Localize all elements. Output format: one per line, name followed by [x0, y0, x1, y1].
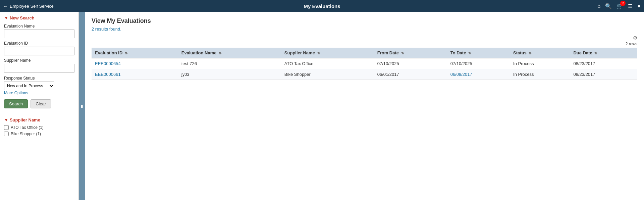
table-row: EEE0000661jy03Bike Shopper06/01/201706/0… [92, 69, 637, 80]
filter-checkbox-bike[interactable] [4, 132, 9, 136]
cell-to-date: 06/08/2017 [447, 69, 510, 80]
cell-from-date: 06/01/2017 [374, 69, 447, 80]
filter-checkbox-ato[interactable] [4, 125, 9, 130]
col-status-label: Status [513, 50, 527, 55]
page-title: View My Evaluations [92, 17, 637, 24]
new-search-title[interactable]: ▼ New Search [4, 15, 74, 20]
supplier-filter-title[interactable]: ▼ Supplier Name [4, 117, 74, 122]
sidebar: ▼ New Search Evaluation Name Evaluation … [0, 12, 79, 200]
sort-evaluation-id-icon[interactable]: ⇅ [125, 51, 127, 55]
cell-status: In Process [510, 69, 570, 80]
search-button[interactable]: 🔍 [605, 3, 612, 9]
sort-from-date-icon[interactable]: ⇅ [401, 51, 404, 55]
table-header: Evaluation ID ⇅ Evaluation Name ⇅ Suppli… [92, 48, 637, 58]
col-evaluation-id-label: Evaluation ID [95, 50, 122, 55]
cell-evaluation-id[interactable]: EEE0000654 [92, 58, 178, 69]
clear-button[interactable]: Clear [31, 99, 51, 108]
evaluation-name-label: Evaluation Name [4, 24, 74, 29]
results-found: 2 results found. [92, 27, 637, 32]
header: ← Employee Self Service My Evaluations ⌂… [0, 0, 644, 12]
cell-evaluation-name: jy03 [178, 69, 281, 80]
filter-label-bike: Bike Shopper (1) [11, 132, 41, 136]
cell-evaluation-id[interactable]: EEE0000661 [92, 69, 178, 80]
sort-to-date-icon[interactable]: ⇅ [468, 51, 471, 55]
cell-evaluation-name: test 726 [178, 58, 281, 69]
table-header-row: Evaluation ID ⇅ Evaluation Name ⇅ Suppli… [92, 48, 637, 58]
back-nav-label: Employee Self Service [10, 4, 54, 9]
cell-supplier-name: Bike Shopper [281, 69, 374, 80]
home-button[interactable]: ⌂ [597, 3, 601, 9]
header-icons: ⌂ 🔍 🛒 11 ☰ ● [597, 3, 641, 9]
cell-from-date: 07/10/2025 [374, 58, 447, 69]
search-submit-button[interactable]: Search [4, 99, 28, 108]
table-row: EEE0000654test 726ATO Tax Office07/10/20… [92, 58, 637, 69]
sort-evaluation-name-icon[interactable]: ⇅ [219, 51, 221, 55]
evaluation-name-input[interactable] [4, 30, 74, 38]
sidebar-collapse-button[interactable]: ▮ [79, 12, 85, 200]
filter-item-ato: ATO Tax Office (1) [4, 125, 74, 130]
cell-to-date: 07/10/2025 [447, 58, 510, 69]
col-status: Status ⇅ [510, 48, 570, 58]
evaluation-id-input[interactable] [4, 47, 74, 55]
filter-label-ato: ATO Tax Office (1) [11, 125, 44, 130]
sort-due-date-icon[interactable]: ⇅ [594, 51, 597, 55]
col-supplier-name: Supplier Name ⇅ [281, 48, 374, 58]
back-arrow-icon: ← [3, 4, 8, 9]
cell-due-date: 08/23/2017 [570, 58, 637, 69]
col-evaluation-name-label: Evaluation Name [181, 50, 217, 55]
response-status-select[interactable]: New and In Process New In Process Comple… [4, 82, 54, 90]
col-from-date: From Date ⇅ [374, 48, 447, 58]
user-button[interactable]: ● [637, 3, 641, 9]
supplier-name-input[interactable] [4, 64, 74, 72]
evaluation-id-label: Evaluation ID [4, 41, 74, 46]
col-due-date: Due Date ⇅ [570, 48, 637, 58]
cell-due-date: 08/23/2017 [570, 69, 637, 80]
rows-count: 2 rows [92, 42, 637, 46]
col-due-date-label: Due Date [573, 50, 592, 55]
response-status-label: Response Status [4, 76, 74, 81]
triangle-icon: ▼ [4, 15, 8, 20]
main-layout: ▼ New Search Evaluation Name Evaluation … [0, 12, 644, 200]
cart-badge: 11 [620, 1, 626, 6]
menu-button[interactable]: ☰ [628, 3, 633, 9]
triangle-icon-2: ▼ [4, 117, 8, 122]
evaluation-id-link[interactable]: EEE0000661 [95, 72, 121, 77]
back-nav[interactable]: ← Employee Self Service [3, 4, 54, 9]
col-from-date-label: From Date [377, 50, 399, 55]
evaluations-table: Evaluation ID ⇅ Evaluation Name ⇅ Suppli… [92, 48, 637, 80]
col-evaluation-id: Evaluation ID ⇅ [92, 48, 178, 58]
col-to-date: To Date ⇅ [447, 48, 510, 58]
cell-status: In Process [510, 58, 570, 69]
supplier-filter-section: ▼ Supplier Name ATO Tax Office (1) Bike … [4, 114, 74, 136]
to-date-link[interactable]: 06/08/2017 [450, 72, 472, 77]
supplier-name-label: Supplier Name [4, 58, 74, 63]
cell-supplier-name: ATO Tax Office [281, 58, 374, 69]
evaluation-id-link[interactable]: EEE0000654 [95, 61, 121, 66]
table-toolbar: ⚙ [92, 35, 637, 41]
col-evaluation-name: Evaluation Name ⇅ [178, 48, 281, 58]
sort-supplier-name-icon[interactable]: ⇅ [317, 51, 320, 55]
filter-item-bike: Bike Shopper (1) [4, 132, 74, 136]
cart-button[interactable]: 🛒 11 [616, 3, 623, 9]
col-supplier-name-label: Supplier Name [284, 50, 315, 55]
col-to-date-label: To Date [450, 50, 466, 55]
sort-status-icon[interactable]: ⇅ [529, 51, 531, 55]
search-actions: Search Clear [4, 99, 74, 108]
table-body: EEE0000654test 726ATO Tax Office07/10/20… [92, 58, 637, 80]
page-header-title: My Evaluations [304, 3, 340, 9]
main-content: View My Evaluations 2 results found. ⚙ 2… [85, 12, 644, 200]
more-options-link[interactable]: More Options [4, 90, 74, 95]
settings-icon[interactable]: ⚙ [633, 35, 637, 41]
